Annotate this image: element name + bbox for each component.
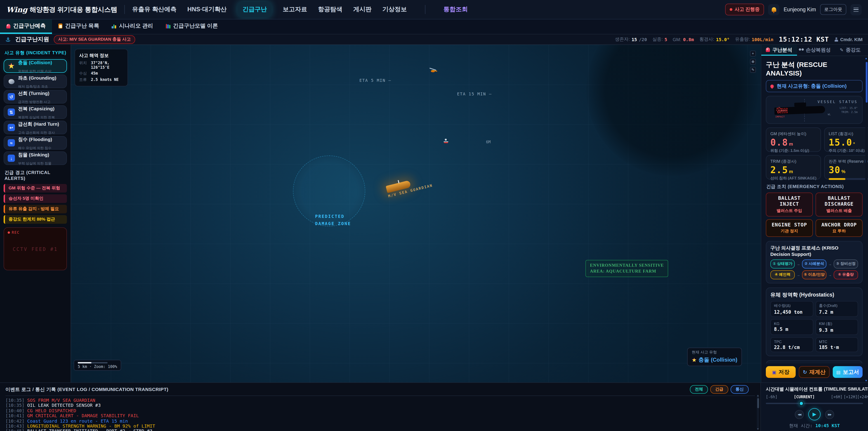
anchor-drop-button[interactable]: ANCHOR DROP묘 투하: [815, 219, 863, 237]
towing-refloating-card: 예인력 / 이초력 (Towing & Refloating) 필요 예인력28…: [766, 360, 863, 363]
skip-forward-button[interactable]: ▶▶: [825, 410, 834, 419]
incident-badge: 사고: M/V SEA GUARDIAN 충돌 사고: [54, 35, 135, 43]
current-type-value: 충돌 (Collision): [699, 356, 737, 364]
scroll-thumb[interactable]: [866, 62, 867, 102]
map-target-button[interactable]: ⌖: [750, 51, 756, 57]
incident-collision[interactable]: 충돌 (Collision)외력에 의한 선체 손상: [4, 59, 67, 73]
skip-back-icon: ◀◀: [798, 413, 801, 416]
nav-item-hns[interactable]: HNS·대기확산: [187, 5, 227, 13]
recalculate-button[interactable]: ↻재계산: [799, 366, 830, 378]
logout-button[interactable]: 로그아웃: [820, 4, 846, 15]
info-row-position: 위치37°28'N, 126°15'E: [79, 61, 123, 70]
engine-stop-button[interactable]: ENGINE STOP기관 정지: [766, 219, 813, 237]
tab-rescue-list[interactable]: 긴급구난 목록: [52, 20, 105, 34]
incident-desc: 부력 상실에 의한 침몰: [18, 161, 52, 165]
rescue-analysis-title: 구난 분석 (RESCUE ANALYSIS): [766, 61, 863, 77]
nav-item-integrated-search[interactable]: 통합조회: [443, 5, 468, 13]
panel-tab-rescue-analysis[interactable]: 구난분석: [761, 45, 797, 56]
map-annotate-button[interactable]: ✎: [750, 67, 756, 73]
notifications-button[interactable]: [768, 4, 780, 15]
arrow-icon: →: [828, 273, 832, 277]
nav-item-aerial-search[interactable]: 항공탐색: [318, 5, 342, 13]
incident-sinking[interactable]: ↓ 침몰 (Sinking)부력 상실에 의한 침몰: [4, 151, 67, 165]
metric-trim: TRIM (종경사) 2.5m 선미 침하 (AFT SINKAGE): [766, 155, 821, 180]
label-current[interactable]: [CURRENT]: [794, 395, 815, 399]
label-plus-24h[interactable]: [+24H]: [857, 395, 868, 399]
filter-all[interactable]: 전체: [690, 385, 708, 394]
map-zoom-button[interactable]: ⊕: [750, 59, 756, 65]
scroll-up-icon[interactable]: ▲: [756, 394, 759, 397]
floppy-icon: ▣: [772, 370, 776, 374]
nav-item-reports[interactable]: 보고자료: [283, 5, 307, 13]
casualty-vessel-marker[interactable]: M/V SEA GUARDIAN: [385, 175, 433, 198]
label-plus-6h[interactable]: [+6H]: [831, 395, 842, 399]
current-incident-pill: 현재 사고유형: 충돌 (Collision): [766, 80, 863, 92]
status-bar: ⚓ 긴급구난지원 사고: M/V SEA GUARDIAN 충돌 사고 생존자:…: [0, 34, 868, 45]
alert-missing-crew: 승선자 5명 미확인: [4, 194, 67, 203]
current-type-label: 현재 사고 유형: [692, 350, 737, 355]
label-minus-6h[interactable]: [-6h]: [766, 395, 777, 399]
hard-turn-arrow-icon: ↩: [8, 124, 15, 131]
log-entry: [10:35]OIL LEAK DETECTED SENSOR #3: [5, 403, 755, 408]
cctv-feed-panel: REC CCTV FEED #1: [4, 227, 67, 270]
step-outflow: ⑥ 유출량: [834, 270, 858, 279]
stat-heel: 횡경사:15.0°: [700, 36, 730, 42]
binoculars-icon: [799, 49, 804, 51]
wave-icon: ≈: [8, 139, 15, 147]
damage-zone-label: PREDICTEDDAMAGE ZONE: [315, 213, 351, 227]
label-plus-12h[interactable]: [+12H]: [844, 395, 857, 399]
incident-hard-turn[interactable]: ↩ 급선회 (Hard Turn)고속 급선회에 의한 경사: [4, 121, 67, 134]
incident-flooding[interactable]: ≈ 침수 (Flooding)해수 유입에 의한 침수: [4, 136, 67, 150]
filter-comms[interactable]: 통신: [731, 385, 749, 394]
skip-back-button[interactable]: ◀◀: [795, 410, 804, 419]
filter-urgent[interactable]: 긴급: [710, 385, 728, 394]
log-entry: [10:45]BALLAST TRANSFER INITIATED - PORT…: [5, 429, 755, 431]
emergency-actions-header: 긴급 조치 (EMERGENCY ACTIONS): [766, 184, 863, 190]
incident-grounding[interactable]: 좌초 (Grounding)해저 접촉/암초 좌초: [4, 74, 67, 88]
status-metrics: 생존자:15/20 실종:5 GM:0.8m 횡경사:15.0° 유출량:100…: [615, 36, 863, 43]
ballast-inject-button[interactable]: BALLAST INJECT밸러스트 주입: [766, 192, 813, 216]
play-button[interactable]: ▶: [808, 408, 820, 420]
incident-title: 침수 (Flooding): [18, 136, 52, 142]
nav-item-board[interactable]: 게시판: [353, 5, 372, 13]
report-button[interactable]: ▤보고서: [833, 366, 863, 378]
ballast-discharge-button[interactable]: BALLAST DISCHARGE밸러스트 배출: [815, 192, 863, 216]
nav-item-spill-prediction[interactable]: 유출유 확산예측: [132, 5, 177, 13]
tab-scenario-management[interactable]: 시나리오 관리: [105, 20, 160, 34]
tab-rescue-prediction[interactable]: 긴급구난예측: [0, 20, 52, 34]
panel-scrollbar[interactable]: ▲ ▼: [865, 57, 868, 382]
save-button[interactable]: ▣저장: [766, 366, 796, 378]
scroll-up-icon[interactable]: ▲: [865, 57, 868, 60]
incident-sidebar: 사고 유형 (INCIDENT TYPE) 충돌 (Collision)외력에 …: [0, 45, 71, 382]
nav-item-weather[interactable]: 기상정보: [382, 5, 407, 13]
incident-capsizing[interactable]: ⇅ 전복 (Capsizing)복원력 상실에 의한 전복: [4, 105, 67, 119]
metric-reserve-buoyancy: 잔존 부력 (Reserve Buoyancy) 30%: [824, 155, 868, 180]
page-title: 긴급구난지원: [15, 35, 49, 43]
incident-turning[interactable]: ↺ 선회 (Turning)급격한 방향전환 사고: [4, 90, 67, 103]
nav-item-emergency-rescue[interactable]: 긴급구난: [238, 2, 272, 17]
info-row-depth: 수심45m: [79, 71, 123, 76]
stat-mtc: MTC185 t·m: [815, 337, 858, 352]
panel-tab-damage-stability[interactable]: 손상복원성: [797, 45, 832, 56]
slider-thumb[interactable]: [799, 401, 804, 406]
impact-ring-icon: [776, 107, 782, 113]
scroll-down-icon[interactable]: ▼: [756, 427, 759, 430]
scroll-thumb[interactable]: [757, 398, 759, 408]
incident-map[interactable]: 사고 해역 정보 위치37°28'N, 126°15'E 수심45m 조류2.5…: [71, 45, 761, 382]
kriso-decision-support: 구난 의사결정 프로세스 (KRISO Decision Support) ① …: [766, 241, 863, 283]
tab-rescue-model-theory[interactable]: 긴급구난모델 이론: [159, 20, 224, 34]
menu-button[interactable]: [850, 4, 862, 15]
sub-tab-bar: 긴급구난예측 긴급구난 목록 시나리오 관리 긴급구난모델 이론: [0, 20, 868, 34]
panel-tab-longitudinal-strength[interactable]: ✎종강도: [833, 45, 868, 56]
panel-action-buttons: ▣저장 ↻재계산 ▤보고서: [761, 363, 868, 382]
chart-icon: [112, 24, 116, 28]
stat-draft: 흘수(Draft)7.2 m: [815, 301, 858, 317]
scroll-down-icon[interactable]: ▼: [865, 379, 868, 382]
timeline-slider[interactable]: [766, 401, 863, 405]
log-scrollbar[interactable]: ▲ ▼: [757, 395, 759, 430]
vessel-status-trim: TRIM: 2.5m: [841, 110, 858, 114]
eta-15min-label: ETA 15 MIN —: [457, 92, 492, 96]
step-towing-force: ④ 예인력: [770, 270, 795, 279]
slider-track[interactable]: [766, 403, 863, 404]
alert-gm-danger: GM 위험 수준 — 전복 위험: [4, 184, 67, 192]
